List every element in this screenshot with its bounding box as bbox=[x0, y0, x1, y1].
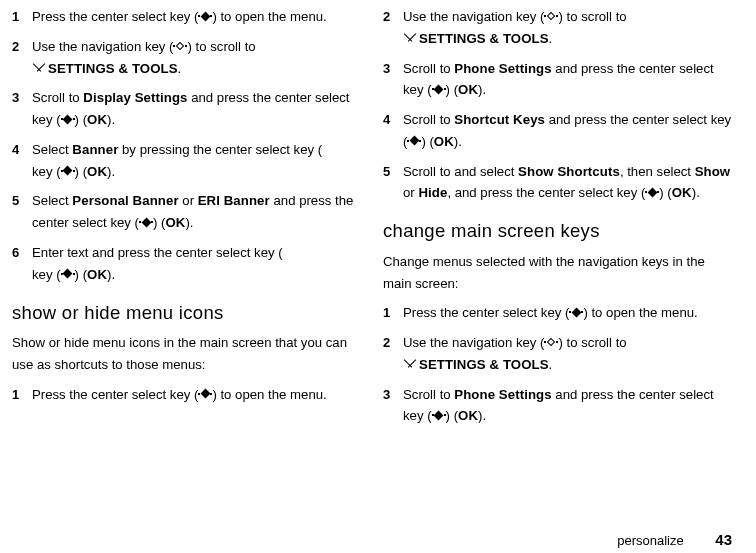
center-select-key-icon bbox=[61, 270, 75, 280]
text: Select bbox=[32, 193, 72, 208]
menu-option: Show bbox=[695, 164, 731, 179]
step-text: Scroll to Phone Settings and press the c… bbox=[403, 58, 732, 102]
text: by pressing the center select key ( bbox=[118, 142, 322, 157]
menu-option: SETTINGS & TOOLS bbox=[48, 61, 178, 76]
text: ). bbox=[107, 112, 115, 127]
text: ) to open the menu. bbox=[583, 305, 697, 320]
list-item: 4 Select Banner by pressing the center s… bbox=[12, 139, 361, 183]
menu-option: Show Shortcuts bbox=[518, 164, 620, 179]
step-number: 2 bbox=[12, 36, 32, 57]
text: Scroll to bbox=[403, 387, 454, 402]
section-intro: Show or hide menu icons in the main scre… bbox=[12, 332, 361, 376]
ok-label: OK bbox=[458, 408, 478, 423]
text: , and press the center select key ( bbox=[447, 185, 645, 200]
list-item: 3 Scroll to Phone Settings and press the… bbox=[383, 58, 732, 102]
ok-label: OK bbox=[87, 267, 107, 282]
text: ). bbox=[107, 267, 115, 282]
text: ). bbox=[454, 134, 462, 149]
text: Scroll to bbox=[403, 112, 454, 127]
step-text: Select Banner by pressing the center sel… bbox=[32, 139, 361, 183]
list-item: 3 Scroll to Phone Settings and press the… bbox=[383, 384, 732, 428]
step-text: Scroll to Phone Settings and press the c… bbox=[403, 384, 732, 428]
ok-label: OK bbox=[165, 215, 185, 230]
step-number: 1 bbox=[12, 6, 32, 27]
text: Use the navigation key ( bbox=[403, 335, 544, 350]
text: Select bbox=[32, 142, 72, 157]
text: ) ( bbox=[75, 267, 87, 282]
page-number: 43 bbox=[715, 531, 732, 548]
list-item: 1 Press the center select key () to open… bbox=[12, 384, 361, 406]
text: . bbox=[549, 31, 553, 46]
step-text: Select Personal Banner or ERI Banner and… bbox=[32, 190, 361, 234]
menu-option: SETTINGS & TOOLS bbox=[419, 357, 549, 372]
text: ) ( bbox=[75, 164, 87, 179]
navigation-key-icon bbox=[173, 42, 187, 52]
center-select-key-icon bbox=[432, 411, 446, 421]
list-item: 2 Use the navigation key () to scroll to… bbox=[383, 332, 732, 376]
tools-icon bbox=[403, 33, 417, 44]
text: ) to scroll to bbox=[558, 335, 626, 350]
text: Scroll to bbox=[403, 61, 454, 76]
ok-label: OK bbox=[87, 112, 107, 127]
text: ) ( bbox=[446, 408, 458, 423]
text: ) to open the menu. bbox=[212, 9, 326, 24]
text: ). bbox=[107, 164, 115, 179]
text: key ( bbox=[32, 267, 61, 282]
text: ) ( bbox=[153, 215, 165, 230]
ok-label: OK bbox=[434, 134, 454, 149]
ok-label: OK bbox=[672, 185, 692, 200]
text: Enter text and press the center select k… bbox=[32, 245, 283, 260]
step-text: Use the navigation key () to scroll to S… bbox=[403, 332, 732, 376]
center-select-key-icon bbox=[569, 308, 583, 318]
text: Scroll to bbox=[32, 90, 83, 105]
ok-label: OK bbox=[458, 82, 478, 97]
text: . bbox=[178, 61, 182, 76]
step-number: 3 bbox=[383, 384, 403, 405]
step-text: Press the center select key () to open t… bbox=[32, 384, 361, 406]
step-number: 2 bbox=[383, 332, 403, 353]
step-text: Use the navigation key () to scroll to S… bbox=[403, 6, 732, 50]
step-number: 1 bbox=[383, 302, 403, 323]
tools-icon bbox=[403, 359, 417, 370]
section-heading: show or hide menu icons bbox=[12, 298, 361, 329]
menu-option: Phone Settings bbox=[454, 387, 551, 402]
menu-option: Personal Banner bbox=[72, 193, 178, 208]
text: ). bbox=[185, 215, 193, 230]
page-footer: personalize 43 bbox=[12, 522, 732, 553]
step-text: Scroll to Shortcut Keys and press the ce… bbox=[403, 109, 732, 153]
list-item: 1 Press the center select key () to open… bbox=[12, 6, 361, 28]
text: or bbox=[403, 185, 418, 200]
step-number: 6 bbox=[12, 242, 32, 263]
text: ) to scroll to bbox=[558, 9, 626, 24]
menu-option: ERI Banner bbox=[198, 193, 270, 208]
text: ) ( bbox=[421, 134, 433, 149]
text: Press the center select key ( bbox=[32, 387, 198, 402]
step-number: 3 bbox=[12, 87, 32, 108]
text: ) ( bbox=[659, 185, 671, 200]
section-intro: Change menus selected with the navigatio… bbox=[383, 251, 732, 295]
text: Press the center select key ( bbox=[32, 9, 198, 24]
navigation-key-icon bbox=[544, 12, 558, 22]
center-select-key-icon bbox=[407, 137, 421, 147]
list-item: 2 Use the navigation key () to scroll to… bbox=[383, 6, 732, 50]
text: ) ( bbox=[446, 82, 458, 97]
center-select-key-icon bbox=[61, 115, 75, 125]
menu-option: Hide bbox=[418, 185, 447, 200]
step-number: 1 bbox=[12, 384, 32, 405]
step-text: Press the center select key () to open t… bbox=[403, 302, 732, 324]
step-number: 5 bbox=[12, 190, 32, 211]
center-select-key-icon bbox=[432, 85, 446, 95]
tools-icon bbox=[32, 63, 46, 74]
center-select-key-icon bbox=[645, 188, 659, 198]
step-number: 3 bbox=[383, 58, 403, 79]
text: Scroll to and select bbox=[403, 164, 518, 179]
list-item: 5 Select Personal Banner or ERI Banner a… bbox=[12, 190, 361, 234]
right-column: 2 Use the navigation key () to scroll to… bbox=[383, 6, 732, 522]
text: ) to scroll to bbox=[187, 39, 255, 54]
section-heading: change main screen keys bbox=[383, 216, 732, 247]
text: key ( bbox=[32, 164, 61, 179]
menu-option: SETTINGS & TOOLS bbox=[419, 31, 549, 46]
step-number: 4 bbox=[12, 139, 32, 160]
footer-section: personalize bbox=[617, 533, 684, 548]
step-text: Scroll to Display Settings and press the… bbox=[32, 87, 361, 131]
